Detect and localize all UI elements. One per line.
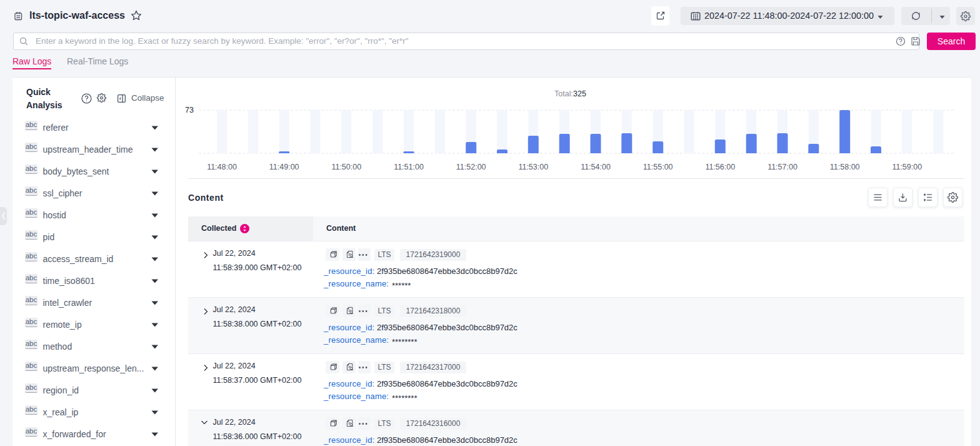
svg-text:11:51:00: 11:51:00 [394, 163, 424, 171]
svg-text:11:49:00: 11:49:00 [269, 163, 299, 171]
svg-text:11:58:00: 11:58:00 [830, 163, 860, 171]
svg-text:11:59:00: 11:59:00 [892, 163, 922, 171]
svg-text:11:57:00: 11:57:00 [768, 163, 798, 171]
svg-text:11:50:00: 11:50:00 [331, 163, 361, 171]
svg-text:11:48:00: 11:48:00 [207, 163, 237, 171]
svg-text:11:56:00: 11:56:00 [705, 163, 735, 171]
svg-text:325: 325 [573, 89, 586, 98]
svg-text:11:52:00: 11:52:00 [456, 163, 486, 171]
svg-text:73: 73 [185, 106, 194, 114]
svg-text:11:53:00: 11:53:00 [518, 163, 548, 171]
svg-text:11:54:00: 11:54:00 [581, 163, 611, 171]
svg-text:Total:: Total: [554, 89, 573, 98]
svg-text:11:55:00: 11:55:00 [643, 163, 673, 171]
